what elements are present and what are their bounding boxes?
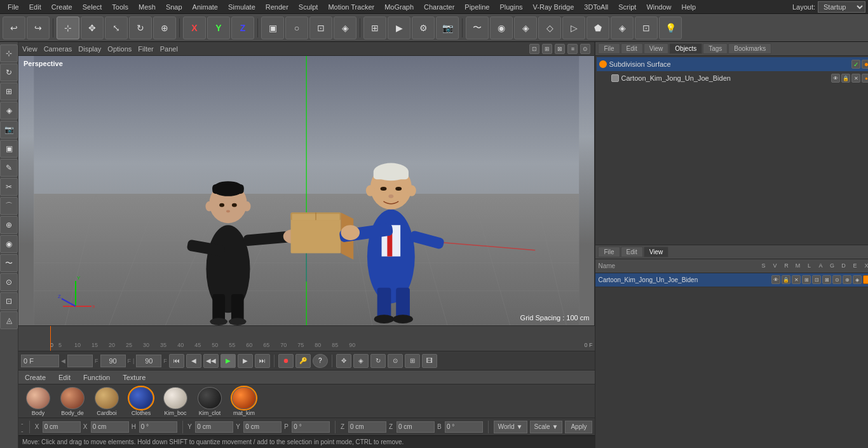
effector-button[interactable]: ◇ <box>538 17 561 39</box>
viewport-solo-button[interactable]: ◈ <box>611 17 634 39</box>
vp-icon-3[interactable]: ⊠ <box>555 44 565 54</box>
help-key-btn[interactable]: ? <box>313 354 328 368</box>
tag-button[interactable]: ⬟ <box>587 17 609 39</box>
material-body-de[interactable]: Body_de <box>57 387 88 416</box>
rpanel-bottom-tab-edit[interactable]: Edit <box>621 247 643 257</box>
material-create-menu[interactable]: Create <box>22 374 48 381</box>
b-input[interactable] <box>445 421 483 433</box>
sidebar-select-btn[interactable]: ⊹ <box>0 44 18 62</box>
menu-create[interactable]: Create <box>46 2 78 12</box>
menu-character[interactable]: Character <box>419 2 459 12</box>
material-body[interactable]: Body <box>22 387 54 416</box>
play-btn[interactable]: ▶ <box>220 354 236 368</box>
world-button[interactable]: World ▼ <box>494 421 527 433</box>
menu-3dtoall[interactable]: 3DToAll <box>579 2 613 12</box>
auto-key-btn[interactable]: 🔑 <box>295 354 311 368</box>
menu-plugins[interactable]: Plugins <box>494 2 527 12</box>
sphere-tool-button[interactable]: ○ <box>285 17 308 39</box>
sidebar-smooth-btn[interactable]: 〜 <box>0 254 18 272</box>
move-frame-btn[interactable]: ✥ <box>336 354 351 368</box>
current-frame-input[interactable] <box>21 355 59 367</box>
x-axis-button[interactable]: X <box>183 17 206 39</box>
vp-panel[interactable]: Panel <box>160 45 178 53</box>
rpanel-tab-objects[interactable]: Objects <box>669 43 702 54</box>
step-back-btn[interactable]: ◀ <box>186 354 201 368</box>
x-input-1[interactable] <box>43 421 81 433</box>
material-kim-clot[interactable]: Kim_clot <box>194 387 226 416</box>
rotate-tool-button[interactable]: ↻ <box>129 17 152 39</box>
menu-simulate[interactable]: Simulate <box>223 2 261 12</box>
z-input-2[interactable] <box>397 421 435 433</box>
undo-button[interactable]: ↩ <box>3 17 25 39</box>
menu-pipeline[interactable]: Pipeline <box>459 2 494 12</box>
menu-vray[interactable]: V-Ray Bridge <box>528 2 580 12</box>
film-btn[interactable]: 🎞 <box>422 354 437 368</box>
record-btn[interactable]: ⏺ <box>278 354 294 368</box>
object-cartoon-kim[interactable]: Cartoon_Kim_Jong_Un_Joe_Biden 👁 🔒 ✕ ● <box>597 71 868 85</box>
step-fwd-btn[interactable]: ▶ <box>238 354 253 368</box>
timeline-area[interactable]: 0 5 10 15 20 25 30 35 40 45 50 55 60 65 … <box>18 325 595 351</box>
field-button[interactable]: ▷ <box>562 17 585 39</box>
deformer-button[interactable]: ◈ <box>514 17 537 39</box>
snap-key-btn[interactable]: ⊙ <box>388 354 403 368</box>
transform-tool-button[interactable]: ⊕ <box>153 17 176 39</box>
p-input[interactable] <box>292 421 330 433</box>
material-texture-menu[interactable]: Texture <box>120 374 148 381</box>
box-tool-button[interactable]: ▣ <box>261 17 284 39</box>
material-mat-kim[interactable]: mat_kim <box>228 387 260 416</box>
vp-icon-1[interactable]: ⊡ <box>529 44 539 54</box>
vp-icon-4[interactable]: ≡ <box>567 44 578 54</box>
material-kim-boc[interactable]: Kim_boc <box>159 387 191 416</box>
sidebar-knife-btn[interactable]: ✂ <box>0 178 18 196</box>
menu-tools[interactable]: Tools <box>107 2 133 12</box>
goto-start-btn[interactable]: ⏮ <box>169 354 184 368</box>
vp-filter[interactable]: Filter <box>138 45 153 53</box>
vp-icon-2[interactable]: ⊞ <box>542 44 552 54</box>
vp-view[interactable]: View <box>22 45 37 53</box>
menu-file[interactable]: File <box>3 2 24 12</box>
material-clothes[interactable]: Clothes <box>125 387 157 416</box>
menu-animate[interactable]: Animate <box>187 2 223 12</box>
h-input[interactable] <box>139 421 177 433</box>
sidebar-tool3-btn[interactable]: ◬ <box>0 311 18 329</box>
render-button[interactable]: ▶ <box>388 17 410 39</box>
vp-icon-5[interactable]: ⊙ <box>580 44 590 54</box>
rpanel-tab-view[interactable]: View <box>644 43 669 54</box>
vp-options[interactable]: Options <box>107 45 132 53</box>
menu-window[interactable]: Window <box>641 2 676 12</box>
rpanel-tab-tags[interactable]: Tags <box>703 43 728 54</box>
z-input-1[interactable] <box>348 421 386 433</box>
rpanel-tab-file[interactable]: File <box>598 43 620 54</box>
end-frame2-input[interactable] <box>136 355 161 367</box>
menu-motion-tracker[interactable]: Motion Tracker <box>323 2 379 12</box>
attr-row-cartoon[interactable]: Cartoon_Kim_Jong_Un_Joe_Biden 👁 🔒 ✕ ⊞ ⊡ … <box>595 273 868 287</box>
object-tool-button[interactable]: ◈ <box>334 17 356 39</box>
rpanel-bottom-tab-file[interactable]: File <box>598 247 620 257</box>
apply-button[interactable]: Apply <box>565 421 592 433</box>
sidebar-poly-btn[interactable]: ▣ <box>0 140 18 158</box>
scale-tool-button[interactable]: ⤡ <box>105 17 128 39</box>
move-tool-button[interactable]: ✥ <box>81 17 104 39</box>
snap-button[interactable]: ⊡ <box>635 17 658 39</box>
render-region-button[interactable]: ⊞ <box>363 17 386 39</box>
camera-button[interactable]: 📷 <box>436 17 459 39</box>
sidebar-tool2-btn[interactable]: ⊡ <box>0 292 18 310</box>
spline-tool-button[interactable]: 〜 <box>466 17 489 39</box>
scale-button[interactable]: Scale ▼ <box>530 421 563 433</box>
timeline-ruler[interactable]: 0 5 10 15 20 25 30 35 40 45 50 55 60 65 … <box>18 326 595 351</box>
end-frame-input[interactable] <box>100 355 126 367</box>
menu-mograph[interactable]: MoGraph <box>379 2 419 12</box>
rpanel-tab-edit[interactable]: Edit <box>621 43 643 54</box>
object-subdivision-surface[interactable]: Subdivision Surface ✓ ● <box>597 57 868 71</box>
start-frame-input[interactable] <box>67 355 93 367</box>
viewport-canvas[interactable]: Y X Z Perspective Grid Spacing : 100 cm <box>18 56 594 325</box>
sidebar-paint-btn[interactable]: ✎ <box>0 159 18 177</box>
spline2-tool-button[interactable]: ◉ <box>490 17 513 39</box>
x-input-2[interactable] <box>91 421 129 433</box>
keyframe-btn[interactable]: ◈ <box>353 354 369 368</box>
y-input-2[interactable] <box>243 421 281 433</box>
loop-btn[interactable]: ↻ <box>370 354 386 368</box>
render-settings-button[interactable]: ⚙ <box>412 17 435 39</box>
menu-select[interactable]: Select <box>78 2 107 12</box>
layout-select[interactable]: Startup Standard <box>818 1 865 13</box>
